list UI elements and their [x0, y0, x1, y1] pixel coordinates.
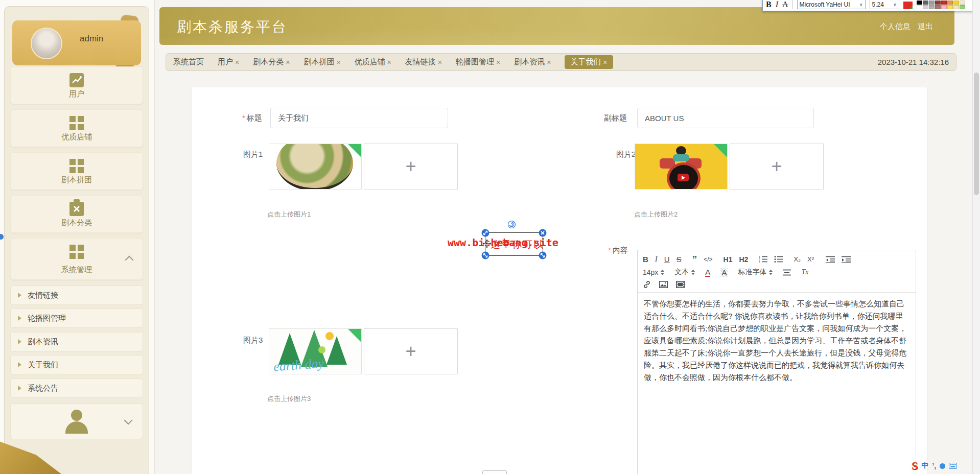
anno-font-size-select[interactable]: 5.24∨ — [870, 0, 899, 9]
tab-8[interactable]: 关于我们× — [565, 55, 613, 69]
anno-italic-button[interactable]: I — [776, 1, 778, 9]
sidebar-subitem-1[interactable]: 轮播图管理 — [10, 309, 143, 328]
tab-4[interactable]: 优质店铺× — [355, 57, 391, 67]
image2-upload-button[interactable]: + — [730, 144, 824, 189]
palette-swatch[interactable] — [947, 1, 953, 5]
ime-punct-icon[interactable]: ’, — [932, 462, 936, 470]
strikethrough-button[interactable]: S — [676, 255, 682, 263]
tab-3[interactable]: 剧本拼团× — [304, 57, 340, 67]
sidebar-item-0[interactable]: 用户 — [10, 66, 143, 104]
ime-mode-icon[interactable] — [940, 463, 945, 469]
text-color-button[interactable]: A — [705, 268, 710, 277]
superscript-button[interactable]: X² — [807, 256, 814, 263]
clear-format-button[interactable]: Tx — [801, 269, 808, 276]
sidebar-item-1[interactable]: 优质店铺 — [10, 109, 143, 147]
ordered-list-button[interactable]: 123 — [759, 255, 767, 263]
palette-swatch[interactable] — [917, 1, 922, 5]
sidebar-item-2[interactable]: 剧本拼团 — [10, 152, 143, 190]
link-button[interactable] — [643, 280, 651, 289]
palette-swatch[interactable] — [923, 5, 928, 9]
ime-chinese-icon[interactable]: 中 — [921, 461, 928, 470]
palette-swatch[interactable] — [953, 5, 959, 9]
tab-close-icon[interactable]: × — [235, 58, 239, 66]
tab-1[interactable]: 用户× — [218, 57, 239, 67]
outdent-button[interactable] — [826, 256, 835, 263]
palette-swatch[interactable] — [960, 1, 965, 5]
tab-close-icon[interactable]: × — [438, 58, 442, 66]
resize-handle-icon[interactable] — [481, 229, 489, 237]
image1-thumbnail[interactable] — [269, 144, 362, 189]
palette-swatch[interactable] — [935, 5, 941, 9]
tab-close-icon[interactable]: × — [603, 58, 607, 66]
palette-swatch[interactable] — [929, 5, 935, 9]
tab-close-icon[interactable]: × — [496, 58, 500, 66]
close-handle-icon[interactable] — [539, 229, 547, 237]
palette-swatch[interactable] — [917, 5, 922, 9]
scrollbar-thumb[interactable] — [974, 73, 979, 195]
current-color-swatch[interactable] — [903, 2, 913, 9]
tab-close-icon[interactable]: × — [387, 58, 391, 66]
editor-content[interactable]: 不管你想要怎样的生活，你都要去努力争取，不多尝试一些事情怎么知道自己适合什么、不… — [638, 293, 916, 389]
image2-thumbnail[interactable] — [635, 144, 728, 189]
image1-upload-button[interactable]: + — [364, 144, 458, 189]
tab-0[interactable]: 系统首页 — [173, 57, 204, 67]
palette-swatch[interactable] — [941, 1, 947, 5]
image3-upload-button[interactable]: + — [364, 328, 458, 374]
resize-handle-icon[interactable] — [539, 251, 547, 259]
sogou-icon[interactable]: S — [912, 460, 918, 471]
video-button[interactable] — [676, 281, 685, 288]
subtitle-input[interactable] — [637, 108, 814, 128]
code-button[interactable]: </> — [704, 256, 712, 263]
text-type-select[interactable]: 文本 — [674, 268, 695, 277]
palette-swatch[interactable] — [941, 5, 947, 9]
sidebar-subitem-3[interactable]: 关于我们 — [10, 355, 143, 374]
tab-7[interactable]: 剧本资讯× — [514, 57, 551, 67]
sidebar-item-4[interactable]: 系统管理 — [10, 238, 143, 280]
subscript-button[interactable]: X₂ — [794, 256, 801, 263]
ime-keyboard-icon[interactable] — [949, 463, 957, 469]
palette-swatch[interactable] — [935, 1, 941, 5]
header1-button[interactable]: H1 — [724, 256, 733, 263]
palette-swatch[interactable] — [947, 5, 953, 9]
sidebar-item-3[interactable]: 剧本分类 — [10, 195, 143, 233]
tab-2[interactable]: 剧本分类× — [253, 57, 290, 67]
rotate-handle-icon[interactable] — [508, 221, 516, 228]
palette-swatch[interactable] — [960, 5, 965, 9]
palette-swatch[interactable] — [923, 1, 928, 5]
tab-close-icon[interactable]: × — [336, 58, 340, 66]
bold-button[interactable]: B — [643, 255, 648, 263]
header2-button[interactable]: H2 — [739, 256, 748, 263]
font-family-select[interactable]: 标准字体 — [738, 268, 773, 277]
align-button[interactable] — [783, 269, 791, 276]
title-input[interactable] — [270, 108, 448, 128]
resize-handle-icon[interactable] — [481, 251, 489, 259]
anno-font-name-select[interactable]: Microsoft YaHei UI∨ — [797, 0, 866, 9]
highlight-color-button[interactable]: A — [720, 268, 728, 277]
underline-button[interactable]: U — [664, 255, 670, 263]
annotation-selection-box[interactable] — [485, 232, 543, 256]
sidebar-subitem-0[interactable]: 友情链接 — [10, 286, 143, 305]
image3-thumbnail[interactable]: earth day — [269, 328, 362, 374]
image2-caption: 点击上传图片2 — [634, 210, 678, 219]
user-card[interactable]: admin — [12, 20, 141, 65]
tab-6[interactable]: 轮播图管理× — [456, 57, 500, 67]
scrollbar[interactable] — [972, 0, 980, 474]
profile-link[interactable]: 个人信息 — [880, 22, 911, 31]
palette-swatch[interactable] — [929, 1, 935, 5]
sidebar-subitem-2[interactable]: 剧本资讯 — [10, 332, 143, 351]
italic-button[interactable]: I — [655, 255, 658, 263]
tab-5[interactable]: 友情链接× — [405, 57, 442, 67]
palette-swatch[interactable] — [953, 1, 959, 5]
sidebar-subitem-4[interactable]: 系统公告 — [10, 378, 143, 398]
blockquote-button[interactable]: ” — [692, 254, 697, 264]
anno-font-button[interactable]: A — [782, 1, 788, 9]
logout-link[interactable]: 退出 — [918, 22, 933, 31]
sidebar-item-profile[interactable] — [10, 404, 143, 439]
anno-bold-button[interactable]: B — [766, 1, 772, 9]
indent-button[interactable] — [842, 256, 851, 263]
font-size-select[interactable]: 14px — [643, 268, 664, 276]
bullet-list-button[interactable] — [774, 255, 783, 263]
tab-close-icon[interactable]: × — [286, 58, 290, 66]
image-button[interactable] — [659, 281, 668, 288]
tab-close-icon[interactable]: × — [547, 58, 551, 66]
